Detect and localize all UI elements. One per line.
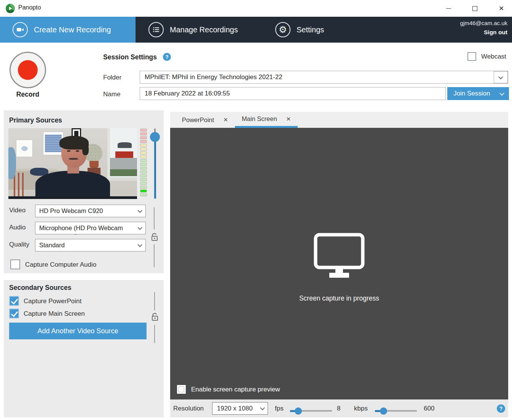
enable-screen-capture-preview-label: Enable screen capture preview xyxy=(191,386,280,393)
session-settings-heading: Session Settings xyxy=(103,53,157,61)
maximize-icon xyxy=(472,6,477,11)
folder-label: Folder xyxy=(103,74,121,81)
lock-divider-line xyxy=(154,292,155,310)
capture-settings-bar: Resolution 1920 x 1080 fps 8 kbps 600 xyxy=(170,399,508,417)
volume-slider[interactable] xyxy=(149,129,161,199)
lock-divider-line xyxy=(154,325,155,343)
capture-powerpoint-checkbox[interactable] xyxy=(9,296,19,306)
fps-value: 8 xyxy=(337,405,340,412)
capture-main-screen-checkbox[interactable] xyxy=(9,309,19,318)
secondary-sources-panel: Secondary Sources Capture PowerPoint Cap… xyxy=(4,280,164,417)
folder-value: MPhilET: MPhil in Energy Technologies 20… xyxy=(145,73,282,81)
folder-select[interactable]: MPhilET: MPhil in Energy Technologies 20… xyxy=(140,71,508,84)
meter-segment xyxy=(140,132,147,135)
audio-level-meter xyxy=(140,129,147,197)
title-bar: Panopto ✕ xyxy=(0,0,512,17)
kbps-slider-thumb[interactable] xyxy=(380,407,387,415)
minimize-icon xyxy=(446,8,451,9)
user-email: gjm46@cam.ac.uk xyxy=(460,20,507,26)
add-another-video-source-button[interactable]: Add Another Video Source xyxy=(9,323,147,339)
session-name-input[interactable]: 18 February 2022 at 16:09:55 xyxy=(140,87,446,100)
video-camera-icon xyxy=(13,22,28,37)
unlock-icon xyxy=(151,233,158,241)
nav-tab-manage-recordings[interactable]: Manage Recordings xyxy=(148,17,238,43)
list-icon xyxy=(148,22,164,37)
audio-source-select[interactable]: Microphone (HD Pro Webcam xyxy=(35,222,146,234)
quality-label: Quality xyxy=(9,241,29,248)
volume-track xyxy=(154,135,156,199)
nav-tab-label: Settings xyxy=(297,25,324,34)
resolution-select[interactable]: 1920 x 1080 xyxy=(212,402,268,415)
close-button[interactable]: ✕ xyxy=(493,0,510,17)
maximize-button[interactable] xyxy=(466,0,483,17)
close-icon: ✕ xyxy=(499,5,504,12)
session-name-value: 18 February 2022 at 16:09:55 xyxy=(145,90,230,97)
meter-segment xyxy=(140,159,147,162)
capture-computer-audio-checkbox[interactable] xyxy=(10,259,20,269)
chevron-down-icon xyxy=(499,91,504,95)
window-title: Panopto xyxy=(18,4,41,11)
meter-segment xyxy=(140,186,147,189)
capture-main-screen-label: Capture Main Screen xyxy=(24,310,85,318)
plant-pot xyxy=(89,161,99,168)
quality-select[interactable]: Standard xyxy=(35,239,146,251)
meter-segment xyxy=(140,144,147,147)
fps-slider[interactable] xyxy=(290,407,332,414)
chevron-down-icon xyxy=(260,406,265,410)
folder-dropdown-button[interactable] xyxy=(494,71,508,83)
tab-label: Main Screen xyxy=(242,115,277,123)
meter-segment xyxy=(140,193,147,196)
meter-segment xyxy=(140,136,147,139)
meter-segment xyxy=(140,129,147,132)
tab-powerpoint[interactable]: PowerPoint ✕ xyxy=(175,112,235,128)
capture-powerpoint-label: Capture PowerPoint xyxy=(24,298,81,305)
meter-segment xyxy=(140,140,147,143)
close-tab-icon[interactable]: ✕ xyxy=(286,116,291,123)
secondary-sources-title: Secondary Sources xyxy=(9,284,71,292)
lock-divider-line xyxy=(154,244,155,267)
window-truck xyxy=(115,151,133,158)
nav-tab-settings[interactable]: ⚙ Settings xyxy=(275,17,324,43)
meter-segment xyxy=(140,155,147,158)
kbps-slider[interactable] xyxy=(375,407,417,414)
webcast-checkbox[interactable] xyxy=(467,52,476,61)
sign-out-link[interactable]: Sign out xyxy=(460,29,507,36)
meter-segment xyxy=(140,170,147,173)
audio-label: Audio xyxy=(9,224,26,231)
tab-main-screen[interactable]: Main Screen ✕ xyxy=(235,112,298,128)
video-label: Video xyxy=(9,207,26,214)
user-area: gjm46@cam.ac.uk Sign out xyxy=(460,20,507,36)
join-session-button[interactable]: Join Session xyxy=(447,87,509,100)
minimize-button[interactable] xyxy=(440,0,457,17)
nav-tab-label: Manage Recordings xyxy=(170,25,238,34)
kbps-label: kbps xyxy=(354,405,368,412)
record-dot-icon xyxy=(18,60,38,80)
picture-frame-art xyxy=(21,146,28,151)
lock-divider-line xyxy=(154,207,155,229)
webcam-preview xyxy=(8,128,137,199)
capture-computer-audio-label: Capture Computer Audio xyxy=(25,261,96,269)
meter-segment xyxy=(140,163,147,166)
panopto-logo-icon xyxy=(5,3,15,13)
nav-tab-create-new-recording[interactable]: Create New Recording xyxy=(0,17,136,43)
enable-screen-capture-preview-checkbox[interactable] xyxy=(177,385,186,394)
meter-segment xyxy=(140,178,147,181)
add-source-label: Add Another Video Source xyxy=(38,327,118,335)
join-session-label: Join Session xyxy=(453,90,490,97)
person-mustache xyxy=(69,158,78,160)
unlock-icon xyxy=(151,313,159,321)
quality-value: Standard xyxy=(39,242,65,249)
video-source-select[interactable]: HD Pro Webcam C920 xyxy=(35,205,146,217)
volume-slider-thumb[interactable] xyxy=(150,132,160,142)
kbps-value: 600 xyxy=(424,405,434,412)
close-tab-icon[interactable]: ✕ xyxy=(223,116,228,123)
session-settings-help-icon[interactable] xyxy=(163,53,171,61)
meter-segment xyxy=(140,189,147,192)
fps-slider-thumb[interactable] xyxy=(295,407,302,415)
capture-settings-help-icon[interactable] xyxy=(497,404,505,413)
chevron-down-icon xyxy=(137,208,142,213)
chevron-down-icon xyxy=(137,225,142,230)
record-button[interactable] xyxy=(10,52,46,88)
monitor-icon xyxy=(314,233,365,279)
audio-source-value: Microphone (HD Pro Webcam xyxy=(39,224,123,232)
